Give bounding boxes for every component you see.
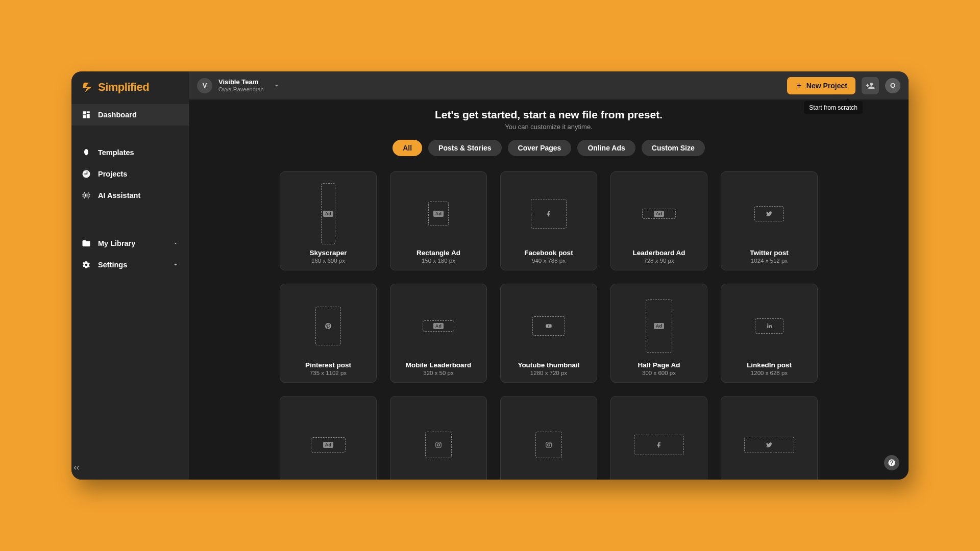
sidebar-item-templates[interactable]: Templates	[71, 142, 189, 163]
ad-icon: Ad	[654, 211, 665, 217]
page-subline: You can customize it anytime.	[204, 123, 893, 131]
preset-dimensions: 735 x 1102 px	[310, 370, 347, 376]
preset-preview	[721, 179, 817, 248]
preset-card[interactable]: Ad	[280, 396, 377, 480]
team-user: Ovya Raveendran	[218, 86, 264, 93]
team-switcher[interactable]: Visible Team Ovya Raveendran	[218, 79, 264, 93]
preset-shape: Ad	[321, 183, 335, 244]
invite-user-button[interactable]	[862, 77, 879, 94]
preset-preview: Ad	[611, 291, 707, 360]
preset-card[interactable]: Youtube thumbnail1280 x 720 px	[500, 284, 597, 383]
preset-name: Youtube thumbnail	[518, 361, 579, 369]
preset-dimensions: 940 x 788 px	[532, 258, 566, 264]
preset-preview	[721, 404, 817, 480]
new-project-button[interactable]: New Project	[787, 77, 855, 94]
preset-name: Pinterest post	[305, 361, 351, 369]
preset-preview	[501, 291, 597, 360]
plus-icon	[795, 82, 803, 89]
tab-cover-pages[interactable]: Cover Pages	[508, 140, 572, 156]
collapse-sidebar-button[interactable]	[71, 456, 189, 480]
preset-name: Half Page Ad	[638, 361, 680, 369]
preset-preview	[280, 291, 376, 360]
nav-group-secondary: TemplatesProjectsAI Assistant	[71, 139, 189, 209]
preset-card[interactable]	[721, 396, 818, 480]
preset-card[interactable]: AdSkyscraper160 x 600 px	[280, 171, 377, 270]
brand-mark-icon	[82, 81, 94, 93]
sidebar-item-label: Templates	[98, 148, 134, 157]
preset-card[interactable]: AdRectangle Ad150 x 180 px	[390, 171, 487, 270]
tab-custom-size[interactable]: Custom Size	[642, 140, 705, 156]
content-area: Let's get started, start a new file from…	[189, 99, 909, 480]
preset-preview	[721, 291, 817, 360]
preset-shape	[425, 432, 452, 458]
help-button[interactable]	[884, 455, 899, 470]
preset-shape: Ad	[642, 209, 676, 219]
ai-icon	[82, 191, 91, 200]
team-name: Visible Team	[218, 79, 264, 86]
preset-grid: AdSkyscraper160 x 600 pxAdRectangle Ad15…	[204, 171, 893, 480]
ad-icon: Ad	[323, 211, 334, 217]
sidebar-item-label: Dashboard	[98, 111, 137, 119]
preset-shape: Ad	[646, 299, 672, 353]
tab-posts-stories[interactable]: Posts & Stories	[428, 140, 501, 156]
preset-shape: Ad	[311, 437, 346, 453]
preset-name: LinkedIn post	[747, 361, 792, 369]
chevron-down-icon	[173, 262, 179, 268]
preset-shape: Ad	[423, 320, 454, 332]
pinterest-icon	[325, 322, 332, 330]
preset-card[interactable]: Facebook post940 x 788 px	[500, 171, 597, 270]
ad-icon: Ad	[433, 323, 444, 329]
preset-name: Twitter post	[750, 249, 789, 257]
page-headline: Let's get started, start a new file from…	[204, 109, 893, 121]
preset-shape	[535, 432, 562, 458]
preset-dimensions: 150 x 180 px	[422, 258, 455, 264]
linkedin-icon	[766, 322, 773, 329]
preset-dimensions: 1280 x 720 px	[530, 370, 567, 376]
sidebar-item-label: My Library	[98, 239, 135, 247]
preset-preview	[501, 179, 597, 248]
nav-group-primary: Dashboard	[71, 101, 189, 129]
facebook-icon	[655, 441, 663, 448]
preset-card[interactable]	[390, 396, 487, 480]
preset-shape	[744, 437, 794, 453]
ad-icon: Ad	[654, 323, 665, 329]
preset-preview: Ad	[390, 291, 486, 360]
chevron-down-icon[interactable]	[273, 82, 280, 89]
sidebar: Simplified Dashboard TemplatesProjectsAI…	[71, 71, 189, 480]
preset-card[interactable]	[500, 396, 597, 480]
preset-card[interactable]: LinkedIn post1200 x 628 px	[721, 284, 818, 383]
sidebar-item-ai-assistant[interactable]: AI Assistant	[71, 185, 189, 206]
preset-preview: Ad	[611, 179, 707, 248]
preset-card[interactable]: AdMobile Leaderboard320 x 50 px	[390, 284, 487, 383]
projects-icon	[82, 169, 91, 179]
facebook-icon	[545, 210, 552, 217]
sidebar-item-projects[interactable]: Projects	[71, 163, 189, 185]
preset-preview	[611, 404, 707, 480]
team-avatar[interactable]: V	[197, 78, 212, 93]
preset-card[interactable]: Pinterest post735 x 1102 px	[280, 284, 377, 383]
settings-icon	[82, 260, 91, 269]
svg-point-5	[550, 443, 551, 444]
preset-dimensions: 300 x 600 px	[642, 370, 676, 376]
preset-preview: Ad	[390, 179, 486, 248]
preset-card[interactable]: Twitter post1024 x 512 px	[721, 171, 818, 270]
nav-group-tertiary: My LibrarySettings	[71, 230, 189, 279]
preset-name: Leaderboard Ad	[632, 249, 685, 257]
user-avatar[interactable]: O	[885, 78, 900, 93]
sidebar-item-label: Settings	[98, 261, 127, 269]
preset-card[interactable]: AdHalf Page Ad300 x 600 px	[610, 284, 707, 383]
preset-card[interactable]: AdLeaderboard Ad728 x 90 px	[610, 171, 707, 270]
ad-icon: Ad	[433, 211, 444, 217]
app-window: Simplified Dashboard TemplatesProjectsAI…	[71, 71, 909, 480]
sidebar-item-my-library[interactable]: My Library	[71, 233, 189, 254]
topbar: V Visible Team Ovya Raveendran New Proje…	[189, 71, 909, 99]
sidebar-item-settings[interactable]: Settings	[71, 254, 189, 276]
tab-all[interactable]: All	[393, 140, 422, 156]
preset-card[interactable]	[610, 396, 707, 480]
svg-point-4	[548, 444, 550, 446]
preset-dimensions: 1024 x 512 px	[751, 258, 788, 264]
brand-logo[interactable]: Simplified	[71, 71, 189, 101]
tab-online-ads[interactable]: Online Ads	[577, 140, 635, 156]
sidebar-item-dashboard[interactable]: Dashboard	[71, 104, 189, 126]
preset-dimensions: 160 x 600 px	[311, 258, 345, 264]
